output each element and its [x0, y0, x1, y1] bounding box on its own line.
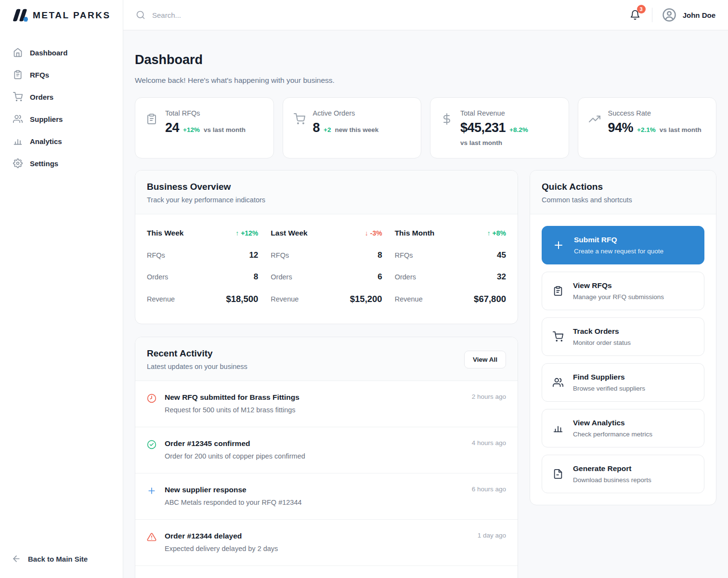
search-bar — [136, 10, 628, 20]
sidebar-nav: Dashboard RFQs Orders Suppliers Analytic… — [0, 30, 123, 173]
sidebar-item-analytics[interactable]: Analytics — [7, 131, 116, 151]
user-menu[interactable]: John Doe — [662, 8, 715, 22]
recent-activity-title: Recent Activity — [147, 348, 247, 359]
overview-column-this-month: This Month ↑ +8% RFQs45 Orders32 Revenue… — [395, 229, 506, 310]
view-rfqs-button[interactable]: View RFQs Manage your RFQ submissions — [542, 272, 704, 310]
home-icon — [13, 48, 23, 57]
notification-badge: 3 — [637, 5, 646, 13]
action-title: Submit RFQ — [574, 236, 663, 244]
arrow-down-icon: ↓ — [365, 229, 368, 237]
sidebar-item-orders[interactable]: Orders — [7, 87, 116, 106]
action-description: Monitor order status — [573, 339, 631, 346]
recent-activity-subtitle: Latest updates on your business — [147, 363, 247, 370]
stat-change: +12% — [183, 126, 200, 133]
topbar-right: 3 John Doe — [628, 8, 715, 22]
quick-actions-subtitle: Common tasks and shortcuts — [542, 196, 704, 204]
brand-logo-mark-icon — [11, 8, 28, 23]
metric-label: Orders — [147, 273, 168, 281]
period-change: ↑ +12% — [235, 229, 258, 237]
generate-report-button[interactable]: Generate Report Download business report… — [542, 455, 704, 493]
sidebar-item-rfqs[interactable]: RFQs — [7, 65, 116, 84]
action-title: Track Orders — [573, 327, 631, 336]
activity-item[interactable]: Order #12344 delayed 1 day ago Expected … — [135, 519, 518, 565]
activity-description: Order for 200 units of copper pipes conf… — [165, 452, 506, 460]
stat-note: vs last month — [204, 126, 246, 133]
track-orders-button[interactable]: Track Orders Monitor order status — [542, 317, 704, 356]
bar-chart-icon — [553, 423, 563, 434]
stat-label: Total RFQs — [165, 109, 246, 117]
user-name: John Doe — [683, 11, 715, 19]
stat-change: +2 — [324, 126, 331, 133]
check-circle-icon — [147, 440, 156, 460]
stat-label: Total Revenue — [460, 109, 558, 117]
submit-rfq-button[interactable]: Submit RFQ Create a new request for quot… — [542, 226, 704, 264]
activity-description: ABC Metals responded to your RFQ #12344 — [165, 499, 506, 506]
back-to-main-site-link[interactable]: Back to Main Site — [0, 543, 123, 578]
stat-change: +8.2% — [509, 126, 528, 133]
stat-label: Active Orders — [313, 109, 379, 117]
page-title: Dashboard — [135, 53, 716, 67]
stat-value: 94% — [608, 120, 634, 135]
dollar-icon — [441, 113, 453, 146]
metric-value: 45 — [497, 250, 506, 260]
clipboard-icon — [553, 286, 563, 296]
topbar-divider — [652, 8, 652, 22]
activity-item[interactable]: New RFQ submitted for Brass Fittings 2 h… — [135, 381, 518, 427]
stat-card-success-rate: Success Rate 94% +2.1% vs last month — [578, 97, 717, 158]
sidebar-item-settings[interactable]: Settings — [7, 154, 116, 173]
brand-logo[interactable]: METAL PARKS — [0, 0, 123, 30]
cart-icon — [294, 113, 305, 146]
arrow-left-icon — [12, 554, 21, 564]
activity-item[interactable]: RFQ #12343 closed 2 days ago Successfull… — [135, 565, 518, 578]
stat-card-total-revenue: Total Revenue $45,231 +8.2% vs last mont… — [430, 97, 569, 158]
activity-item[interactable]: New supplier response 6 hours ago ABC Me… — [135, 473, 518, 519]
activity-title: New supplier response — [165, 486, 247, 494]
business-overview-title: Business Overview — [147, 182, 506, 192]
sidebar: METAL PARKS Dashboard RFQs Orders Suppli… — [0, 0, 123, 578]
stat-card-active-orders: Active Orders 8 +2 new this week — [283, 97, 422, 158]
stat-value: $45,231 — [460, 120, 506, 135]
sidebar-item-label: Suppliers — [30, 115, 63, 123]
activity-time: 6 hours ago — [472, 486, 506, 493]
sidebar-item-dashboard[interactable]: Dashboard — [7, 43, 116, 62]
stat-change: +2.1% — [637, 126, 656, 133]
cart-icon — [13, 92, 23, 102]
page-subtitle: Welcome back! Here's what's happening wi… — [135, 76, 716, 85]
period-label: This Month — [395, 229, 435, 237]
sidebar-item-suppliers[interactable]: Suppliers — [7, 109, 116, 129]
arrow-up-icon: ↑ — [487, 229, 491, 237]
action-description: Manage your RFQ submissions — [573, 293, 664, 301]
find-suppliers-button[interactable]: Find Suppliers Browse verified suppliers — [542, 363, 704, 402]
activity-time: 1 day ago — [478, 532, 506, 539]
business-overview-panel: Business Overview Track your key perform… — [135, 170, 518, 324]
metric-value: 8 — [377, 250, 382, 260]
metric-value: $67,800 — [474, 294, 506, 304]
users-icon — [13, 114, 23, 124]
period-label: Last Week — [271, 229, 307, 237]
cart-icon — [553, 331, 563, 342]
file-icon — [553, 469, 563, 479]
activity-title: Order #12345 confirmed — [165, 439, 250, 448]
period-label: This Week — [147, 229, 183, 237]
gear-icon — [13, 158, 23, 168]
search-input[interactable] — [151, 11, 353, 20]
sidebar-item-label: RFQs — [30, 71, 49, 79]
stat-cards: Total RFQs 24 +12% vs last month Active … — [135, 97, 716, 158]
activity-item[interactable]: Order #12345 confirmed 4 hours ago Order… — [135, 427, 518, 473]
alert-triangle-icon — [147, 532, 156, 552]
action-title: Generate Report — [573, 464, 651, 473]
action-description: Browse verified suppliers — [573, 385, 645, 392]
action-title: View Analytics — [573, 419, 652, 427]
user-avatar-icon — [662, 8, 676, 22]
metric-label: RFQs — [147, 251, 165, 259]
metric-label: RFQs — [395, 251, 413, 259]
search-icon — [136, 10, 145, 20]
business-overview-subtitle: Track your key performance indicators — [147, 196, 506, 204]
notifications-button[interactable]: 3 — [628, 8, 642, 22]
metric-value: 32 — [497, 272, 506, 282]
view-analytics-button[interactable]: View Analytics Check performance metrics — [542, 409, 704, 447]
topbar: 3 John Doe — [123, 0, 728, 30]
overview-column-this-week: This Week ↑ +12% RFQs12 Orders8 Revenue$… — [147, 229, 258, 310]
recent-activity-panel: Recent Activity Latest updates on your b… — [135, 337, 518, 578]
view-all-button[interactable]: View All — [464, 351, 506, 368]
